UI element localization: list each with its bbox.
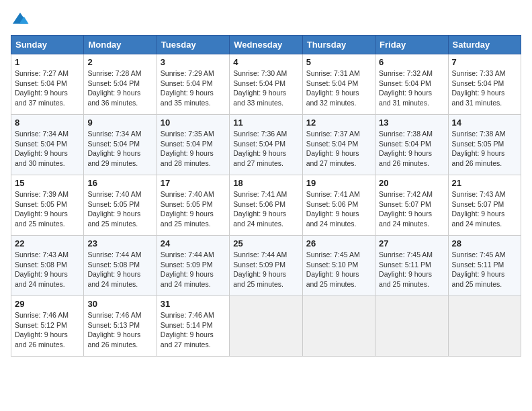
calendar-header-tuesday: Tuesday — [157, 36, 229, 54]
day-info: Sunrise: 7:42 AM Sunset: 5:07 PM Dayligh… — [379, 189, 444, 229]
sunrise-text: Sunrise: 7:45 AM — [379, 250, 433, 259]
day-info: Sunrise: 7:30 AM Sunset: 5:04 PM Dayligh… — [233, 68, 298, 108]
daylight-text: Daylight: 9 hours and 33 minutes. — [233, 89, 286, 107]
calendar-header-friday: Friday — [375, 36, 448, 54]
daylight-text: Daylight: 9 hours and 25 minutes. — [452, 270, 505, 288]
day-info: Sunrise: 7:34 AM Sunset: 5:04 PM Dayligh… — [15, 129, 80, 169]
daylight-text: Daylight: 9 hours and 24 minutes. — [452, 210, 505, 228]
calendar-header-row: SundayMondayTuesdayWednesdayThursdayFrid… — [11, 36, 521, 54]
daylight-text: Daylight: 9 hours and 29 minutes. — [87, 149, 140, 167]
day-info: Sunrise: 7:45 AM Sunset: 5:11 PM Dayligh… — [452, 250, 517, 289]
calendar-cell: 15 Sunrise: 7:39 AM Sunset: 5:05 PM Dayl… — [11, 175, 84, 236]
day-number: 21 — [452, 178, 517, 188]
calendar-header-sunday: Sunday — [11, 36, 84, 54]
sunrise-text: Sunrise: 7:44 AM — [161, 250, 214, 259]
sunset-text: Sunset: 5:05 PM — [87, 200, 140, 208]
calendar-cell: 22 Sunrise: 7:43 AM Sunset: 5:08 PM Dayl… — [11, 236, 84, 296]
daylight-text: Daylight: 9 hours and 24 minutes. — [87, 270, 140, 288]
daylight-text: Daylight: 9 hours and 27 minutes. — [161, 330, 214, 349]
calendar-cell: 5 Sunrise: 7:31 AM Sunset: 5:04 PM Dayli… — [302, 54, 375, 115]
day-number: 15 — [15, 178, 80, 188]
calendar-cell — [302, 296, 375, 357]
sunrise-text: Sunrise: 7:34 AM — [87, 130, 141, 138]
sunset-text: Sunset: 5:12 PM — [15, 321, 67, 329]
day-number: 9 — [87, 118, 152, 128]
day-number: 19 — [306, 178, 371, 188]
daylight-text: Daylight: 9 hours and 26 minutes. — [379, 149, 432, 167]
sunrise-text: Sunrise: 7:45 AM — [306, 250, 360, 259]
sunset-text: Sunset: 5:05 PM — [15, 200, 67, 208]
sunrise-text: Sunrise: 7:41 AM — [306, 190, 360, 198]
day-info: Sunrise: 7:40 AM Sunset: 5:05 PM Dayligh… — [161, 189, 226, 229]
sunrise-text: Sunrise: 7:28 AM — [87, 69, 141, 77]
calendar-cell: 12 Sunrise: 7:37 AM Sunset: 5:04 PM Dayl… — [302, 115, 375, 175]
sunrise-text: Sunrise: 7:46 AM — [161, 311, 214, 319]
calendar-cell: 29 Sunrise: 7:46 AM Sunset: 5:12 PM Dayl… — [11, 296, 84, 357]
calendar-cell: 19 Sunrise: 7:41 AM Sunset: 5:06 PM Dayl… — [302, 175, 375, 236]
day-number: 6 — [379, 57, 444, 67]
calendar-cell: 1 Sunrise: 7:27 AM Sunset: 5:04 PM Dayli… — [11, 54, 84, 115]
daylight-text: Daylight: 9 hours and 37 minutes. — [15, 89, 68, 107]
day-number: 27 — [379, 238, 444, 248]
sunset-text: Sunset: 5:08 PM — [15, 261, 67, 269]
sunrise-text: Sunrise: 7:38 AM — [379, 130, 433, 138]
sunset-text: Sunset: 5:04 PM — [15, 79, 67, 87]
calendar-cell — [230, 296, 302, 357]
calendar-cell: 21 Sunrise: 7:43 AM Sunset: 5:07 PM Dayl… — [448, 175, 521, 236]
daylight-text: Daylight: 9 hours and 25 minutes. — [379, 270, 432, 288]
calendar-cell: 30 Sunrise: 7:46 AM Sunset: 5:13 PM Dayl… — [84, 296, 157, 357]
day-info: Sunrise: 7:45 AM Sunset: 5:11 PM Dayligh… — [379, 250, 444, 289]
daylight-text: Daylight: 9 hours and 31 minutes. — [452, 89, 505, 107]
daylight-text: Daylight: 9 hours and 25 minutes. — [233, 270, 286, 288]
day-number: 13 — [379, 118, 444, 128]
logo — [11, 11, 32, 30]
daylight-text: Daylight: 9 hours and 32 minutes. — [306, 89, 359, 107]
day-number: 10 — [161, 118, 226, 128]
calendar-header-thursday: Thursday — [302, 36, 375, 54]
day-info: Sunrise: 7:41 AM Sunset: 5:06 PM Dayligh… — [233, 189, 298, 229]
daylight-text: Daylight: 9 hours and 25 minutes. — [306, 270, 359, 288]
day-info: Sunrise: 7:38 AM Sunset: 5:05 PM Dayligh… — [452, 129, 517, 169]
daylight-text: Daylight: 9 hours and 27 minutes. — [233, 149, 286, 167]
sunrise-text: Sunrise: 7:27 AM — [15, 69, 69, 77]
day-number: 20 — [379, 178, 444, 188]
calendar-week-row: 8 Sunrise: 7:34 AM Sunset: 5:04 PM Dayli… — [11, 115, 521, 175]
sunrise-text: Sunrise: 7:39 AM — [15, 190, 69, 198]
day-number: 31 — [161, 299, 226, 309]
sunrise-text: Sunrise: 7:43 AM — [452, 190, 506, 198]
calendar-header-wednesday: Wednesday — [230, 36, 302, 54]
sunrise-text: Sunrise: 7:40 AM — [87, 190, 141, 198]
calendar-cell: 13 Sunrise: 7:38 AM Sunset: 5:04 PM Dayl… — [375, 115, 448, 175]
calendar-cell: 10 Sunrise: 7:35 AM Sunset: 5:04 PM Dayl… — [157, 115, 229, 175]
sunset-text: Sunset: 5:06 PM — [306, 200, 359, 208]
day-info: Sunrise: 7:44 AM Sunset: 5:08 PM Dayligh… — [87, 250, 152, 289]
day-info: Sunrise: 7:34 AM Sunset: 5:04 PM Dayligh… — [87, 129, 152, 169]
sunset-text: Sunset: 5:05 PM — [161, 200, 213, 208]
sunrise-text: Sunrise: 7:30 AM — [233, 69, 287, 77]
sunset-text: Sunset: 5:07 PM — [379, 200, 431, 208]
calendar-week-row: 15 Sunrise: 7:39 AM Sunset: 5:05 PM Dayl… — [11, 175, 521, 236]
sunset-text: Sunset: 5:09 PM — [233, 261, 285, 269]
page-header — [11, 11, 521, 30]
sunset-text: Sunset: 5:04 PM — [306, 79, 359, 87]
day-number: 16 — [87, 178, 152, 188]
calendar-table: SundayMondayTuesdayWednesdayThursdayFrid… — [11, 35, 521, 357]
day-number: 26 — [306, 238, 371, 248]
calendar-cell: 31 Sunrise: 7:46 AM Sunset: 5:14 PM Dayl… — [157, 296, 229, 357]
sunrise-text: Sunrise: 7:46 AM — [87, 311, 141, 319]
sunset-text: Sunset: 5:08 PM — [87, 261, 140, 269]
sunset-text: Sunset: 5:04 PM — [87, 79, 140, 87]
calendar-cell: 8 Sunrise: 7:34 AM Sunset: 5:04 PM Dayli… — [11, 115, 84, 175]
sunrise-text: Sunrise: 7:34 AM — [15, 130, 69, 138]
day-info: Sunrise: 7:32 AM Sunset: 5:04 PM Dayligh… — [379, 68, 444, 108]
sunrise-text: Sunrise: 7:35 AM — [161, 130, 214, 138]
daylight-text: Daylight: 9 hours and 25 minutes. — [161, 210, 214, 228]
day-number: 12 — [306, 118, 371, 128]
daylight-text: Daylight: 9 hours and 25 minutes. — [15, 210, 68, 228]
day-number: 29 — [15, 299, 80, 309]
sunrise-text: Sunrise: 7:38 AM — [452, 130, 506, 138]
calendar-cell: 14 Sunrise: 7:38 AM Sunset: 5:05 PM Dayl… — [448, 115, 521, 175]
daylight-text: Daylight: 9 hours and 24 minutes. — [15, 270, 68, 288]
calendar-cell: 20 Sunrise: 7:42 AM Sunset: 5:07 PM Dayl… — [375, 175, 448, 236]
sunset-text: Sunset: 5:04 PM — [161, 140, 213, 148]
